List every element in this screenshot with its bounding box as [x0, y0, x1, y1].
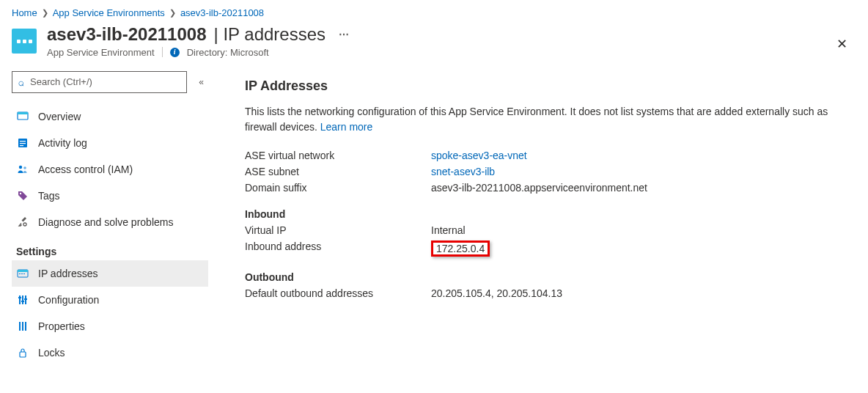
chevron-right-icon: ❯	[169, 8, 176, 18]
svg-rect-4	[20, 143, 26, 144]
main-content: IP Addresses This lists the networking c…	[208, 71, 856, 366]
svg-rect-12	[19, 273, 21, 274]
tags-icon	[16, 189, 29, 202]
section-outbound: Outbound	[245, 271, 842, 283]
svg-rect-19	[21, 301, 24, 302]
svg-rect-21	[19, 322, 21, 331]
value-virtual-ip: Internal	[431, 224, 466, 236]
value-ase-vnet[interactable]: spoke-asev3-ea-vnet	[431, 150, 527, 161]
sidebar-item-activity-log[interactable]: Activity log	[12, 130, 208, 156]
sidebar: ⌕ « Overview Activity log	[12, 71, 208, 366]
sidebar-item-label: Activity log	[38, 137, 87, 149]
svg-point-6	[19, 166, 22, 169]
value-default-outbound: 20.205.105.4, 20.205.104.13	[431, 287, 562, 299]
svg-rect-24	[20, 352, 26, 357]
sidebar-item-label: Properties	[38, 320, 85, 332]
resource-type-label: App Service Environment	[47, 47, 155, 58]
label-ase-subnet: ASE subnet	[245, 166, 431, 177]
chevron-right-icon: ❯	[42, 8, 48, 18]
sidebar-item-properties[interactable]: Properties	[12, 313, 208, 339]
sidebar-section-settings: Settings	[16, 246, 208, 257]
sidebar-item-label: Overview	[38, 111, 81, 122]
svg-rect-14	[23, 273, 25, 274]
sidebar-item-ip-addresses[interactable]: IP addresses	[12, 260, 208, 287]
svg-rect-15	[19, 295, 21, 304]
svg-rect-23	[25, 322, 26, 331]
svg-rect-13	[21, 273, 23, 274]
info-icon: i	[170, 48, 180, 57]
content-description: This lists the networking configuration …	[245, 104, 842, 135]
more-actions-button[interactable]: ⋯	[339, 29, 349, 41]
configuration-icon	[16, 293, 29, 306]
sidebar-item-configuration[interactable]: Configuration	[12, 287, 208, 313]
svg-point-9	[23, 223, 26, 226]
svg-rect-5	[20, 145, 23, 146]
label-inbound-address: Inbound address	[245, 240, 431, 257]
sidebar-item-label: Diagnose and solve problems	[38, 216, 173, 228]
sidebar-item-label: IP addresses	[38, 268, 98, 279]
sidebar-item-label: Locks	[38, 347, 65, 359]
ip-addresses-icon	[16, 267, 29, 280]
sidebar-item-label: Configuration	[38, 294, 99, 306]
label-ase-vnet: ASE virtual network	[245, 150, 431, 161]
breadcrumb-parent[interactable]: App Service Environments	[53, 7, 165, 18]
value-domain-suffix: asev3-ilb-20211008.appserviceenvironment…	[431, 182, 647, 194]
sidebar-item-tags[interactable]: Tags	[12, 183, 208, 209]
page-title-resource: asev3-ilb-20211008	[47, 24, 207, 45]
close-button[interactable]: ✕	[832, 37, 852, 51]
locks-icon	[16, 346, 29, 359]
svg-rect-22	[22, 322, 23, 331]
activity-log-icon	[16, 136, 29, 150]
svg-rect-3	[20, 141, 26, 142]
search-input[interactable]	[29, 76, 180, 88]
sidebar-item-access-control[interactable]: Access control (IAM)	[12, 156, 208, 183]
diagnose-icon	[16, 216, 29, 229]
learn-more-link[interactable]: Learn more	[320, 121, 373, 133]
sidebar-item-locks[interactable]: Locks	[12, 339, 208, 366]
breadcrumb-home[interactable]: Home	[12, 7, 37, 18]
label-domain-suffix: Domain suffix	[245, 182, 431, 194]
label-virtual-ip: Virtual IP	[245, 224, 431, 236]
svg-rect-1	[18, 112, 28, 114]
sidebar-item-diagnose[interactable]: Diagnose and solve problems	[12, 209, 208, 235]
properties-icon	[16, 320, 29, 333]
content-heading: IP Addresses	[245, 78, 842, 94]
value-ase-subnet[interactable]: snet-asev3-ilb	[431, 166, 495, 177]
svg-rect-18	[18, 297, 21, 298]
svg-point-8	[20, 193, 21, 194]
value-inbound-address: 172.25.0.4	[431, 240, 490, 257]
breadcrumb-current[interactable]: asev3-ilb-20211008	[180, 7, 264, 18]
sidebar-item-label: Access control (IAM)	[38, 164, 133, 175]
svg-rect-20	[24, 298, 27, 300]
directory-label: Directory: Microsoft	[187, 47, 269, 58]
overview-icon	[16, 110, 29, 123]
breadcrumb: Home ❯ App Service Environments ❯ asev3-…	[12, 7, 856, 18]
search-icon: ⌕	[18, 76, 24, 88]
page-title-sub: IP addresses	[223, 24, 326, 44]
access-control-icon	[16, 163, 29, 176]
svg-point-7	[23, 166, 26, 169]
collapse-sidebar-button[interactable]: «	[194, 76, 208, 88]
label-default-outbound: Default outbound addresses	[245, 287, 431, 299]
svg-rect-16	[22, 295, 23, 304]
sidebar-item-label: Tags	[38, 190, 60, 202]
section-inbound: Inbound	[245, 208, 842, 220]
resource-icon	[12, 29, 37, 54]
sidebar-search[interactable]: ⌕	[12, 71, 187, 93]
sidebar-item-overview[interactable]: Overview	[12, 103, 208, 130]
svg-rect-11	[18, 270, 28, 272]
